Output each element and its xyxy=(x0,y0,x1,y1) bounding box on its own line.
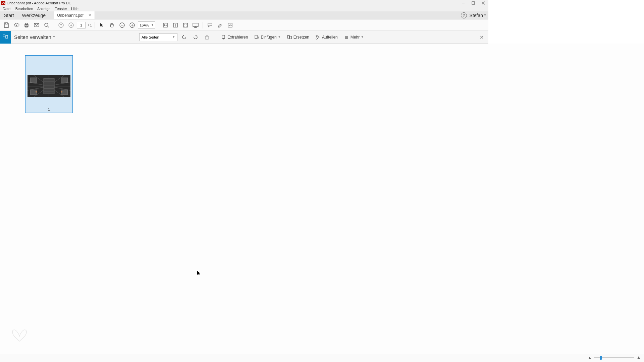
caret-down-icon: ▼ xyxy=(361,36,364,39)
selection-tool-icon[interactable] xyxy=(98,21,106,29)
zoom-select[interactable]: 164% ▼ xyxy=(138,21,155,29)
svg-point-36 xyxy=(316,38,317,39)
main-toolbar: / 1 164% ▼ xyxy=(0,19,488,31)
separator xyxy=(54,22,54,28)
title-bar: Unbenannt.pdf - Adobe Acrobat Pro DC xyxy=(0,0,488,6)
caret-down-icon: ▼ xyxy=(484,14,486,17)
document-tab-label: Unbenannt.pdf xyxy=(57,13,84,18)
fit-width-icon[interactable] xyxy=(161,21,170,29)
organize-pages-icon xyxy=(0,31,11,44)
caret-down-icon: ▼ xyxy=(151,23,154,26)
replace-button[interactable]: Ersetzen xyxy=(285,33,311,42)
svg-rect-44 xyxy=(61,78,68,82)
svg-rect-37 xyxy=(345,36,348,37)
svg-line-11 xyxy=(48,26,49,27)
separator xyxy=(158,22,158,28)
svg-point-53 xyxy=(61,91,62,93)
user-name: Stefan xyxy=(470,13,483,18)
insert-label: Einfügen xyxy=(261,35,276,40)
extract-button[interactable]: Extrahieren xyxy=(219,33,250,42)
svg-point-10 xyxy=(45,23,48,26)
svg-rect-26 xyxy=(3,35,5,37)
svg-rect-38 xyxy=(345,37,348,38)
mode-dropdown[interactable]: Seiten verwalten ▼ xyxy=(14,34,55,40)
next-page-icon[interactable] xyxy=(67,21,75,29)
svg-rect-7 xyxy=(25,23,28,24)
separator xyxy=(215,34,215,41)
menu-anzeige[interactable]: Anzeige xyxy=(35,7,53,11)
separator xyxy=(203,22,203,28)
print-icon[interactable] xyxy=(22,21,31,29)
svg-rect-47 xyxy=(44,78,54,94)
comment-icon[interactable] xyxy=(206,21,214,29)
maximize-button[interactable] xyxy=(468,0,478,6)
svg-rect-32 xyxy=(255,35,257,39)
replace-label: Ersetzen xyxy=(293,35,309,40)
rotate-right-button[interactable] xyxy=(191,33,200,42)
highlight-icon[interactable] xyxy=(216,21,224,29)
fit-height-icon[interactable] xyxy=(171,21,180,29)
menu-bearbeiten[interactable]: Bearbeiten xyxy=(13,7,35,11)
insert-button[interactable]: Einfügen ▼ xyxy=(252,33,282,42)
caret-down-icon: ▼ xyxy=(278,36,281,39)
close-tab-icon[interactable]: ✕ xyxy=(88,13,91,17)
mail-icon[interactable] xyxy=(32,21,41,29)
app-icon xyxy=(1,1,5,5)
svg-rect-5 xyxy=(5,23,7,24)
close-panel-button[interactable]: ✕ xyxy=(478,34,485,41)
svg-rect-43 xyxy=(30,78,37,82)
svg-rect-39 xyxy=(345,38,348,39)
mode-label-text: Seiten verwalten xyxy=(14,34,51,40)
svg-rect-34 xyxy=(289,36,291,39)
menu-hilfe[interactable]: Hilfe xyxy=(69,7,80,11)
menu-datei[interactable]: Datei xyxy=(1,7,13,11)
page-total-label: / 1 xyxy=(88,23,92,27)
page-number-input[interactable] xyxy=(77,22,86,28)
page-filter-select[interactable]: Alle Seiten ▼ xyxy=(139,33,177,41)
svg-rect-25 xyxy=(228,23,232,27)
zoom-out-icon[interactable] xyxy=(118,21,126,29)
hand-tool-icon[interactable] xyxy=(108,21,116,29)
nav-werkzeuge[interactable]: Werkzeuge xyxy=(18,11,50,19)
page-filter-label: Alle Seiten xyxy=(142,35,159,39)
user-menu[interactable]: Stefan ▼ xyxy=(470,13,486,18)
help-icon[interactable]: ? xyxy=(461,12,467,18)
menu-bar: Datei Bearbeiten Anzeige Fenster Hilfe xyxy=(0,6,488,11)
action-bar: Seiten verwalten ▼ Alle Seiten ▼ Extrahi… xyxy=(0,31,488,44)
nav-start[interactable]: Start xyxy=(0,11,18,19)
sign-icon[interactable] xyxy=(226,21,234,29)
minimize-button[interactable] xyxy=(458,0,468,6)
tab-row: Start Werkzeuge Unbenannt.pdf ✕ ? Stefan… xyxy=(0,11,488,19)
document-tab[interactable]: Unbenannt.pdf ✕ xyxy=(54,11,95,19)
svg-point-52 xyxy=(36,91,37,93)
save-icon[interactable] xyxy=(2,21,11,29)
menu-fenster[interactable]: Fenster xyxy=(53,7,69,11)
more-label: Mehr xyxy=(351,35,360,40)
window-title: Unbenannt.pdf - Adobe Acrobat Pro DC xyxy=(7,1,71,5)
split-button[interactable]: Aufteilen xyxy=(313,33,340,42)
caret-down-icon: ▼ xyxy=(53,36,55,39)
more-button[interactable]: Mehr ▼ xyxy=(342,33,366,42)
fit-page-icon[interactable] xyxy=(181,21,190,29)
svg-rect-22 xyxy=(193,23,198,26)
prev-page-icon[interactable] xyxy=(57,21,65,29)
cloud-upload-icon[interactable] xyxy=(12,21,21,29)
extract-label: Extrahieren xyxy=(227,35,248,40)
page-preview-image xyxy=(28,75,70,97)
read-mode-icon[interactable] xyxy=(191,21,200,29)
close-window-button[interactable] xyxy=(478,0,488,6)
page-thumbnail[interactable]: 1 xyxy=(25,55,73,113)
search-icon[interactable] xyxy=(42,21,51,29)
svg-point-35 xyxy=(316,35,317,37)
thumbnail-area[interactable]: 1 xyxy=(0,44,488,274)
svg-rect-2 xyxy=(472,2,475,4)
rotate-left-button[interactable] xyxy=(179,33,189,42)
caret-down-icon: ▼ xyxy=(172,36,175,39)
split-label: Aufteilen xyxy=(322,35,338,40)
separator xyxy=(95,22,95,28)
zoom-in-icon[interactable] xyxy=(128,21,137,29)
delete-page-button[interactable] xyxy=(202,33,212,42)
zoom-value: 164% xyxy=(140,23,149,27)
page-number-label: 1 xyxy=(48,108,50,111)
svg-rect-27 xyxy=(6,36,8,38)
